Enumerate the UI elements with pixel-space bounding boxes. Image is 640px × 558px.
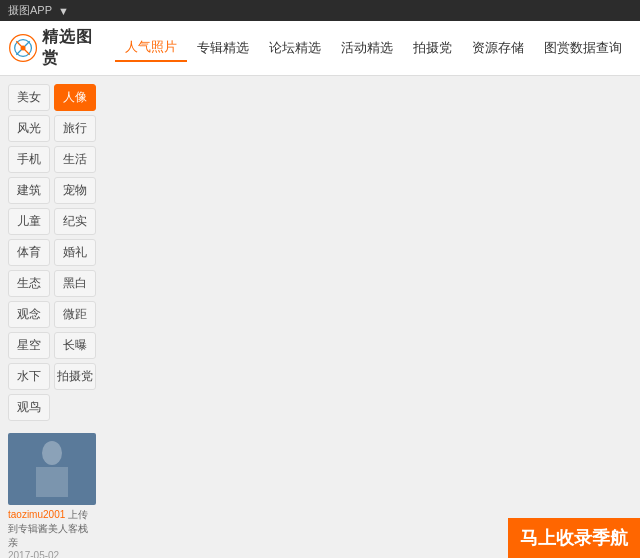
sidebar-tag-10[interactable]: 体育 [8, 239, 50, 266]
main-nav: 人气照片专辑精选论坛精选活动精选拍摄党资源存储图赏数据查询 [115, 34, 632, 62]
nav-item-0[interactable]: 人气照片 [115, 34, 187, 62]
sidebar-tag-18[interactable]: 水下 [8, 363, 50, 390]
sidebar: 美女人像风光旅行手机生活建筑宠物儿童纪实体育婚礼生态黑白观念微距星空长曝水下拍摄… [8, 84, 96, 558]
sidebar-caption-0: taozimu2001 上传到专辑酱美人客栈亲 [8, 508, 96, 550]
main-content: 美女人像风光旅行手机生活建筑宠物儿童纪实体育婚礼生态黑白观念微距星空长曝水下拍摄… [0, 76, 640, 558]
sidebar-tag-15[interactable]: 微距 [54, 301, 96, 328]
nav-item-4[interactable]: 拍摄党 [403, 35, 462, 61]
nav-item-6[interactable]: 图赏数据查询 [534, 35, 632, 61]
sidebar-tag-20[interactable]: 观鸟 [8, 394, 50, 421]
nav-item-1[interactable]: 专辑精选 [187, 35, 259, 61]
tag-grid: 美女人像风光旅行手机生活建筑宠物儿童纪实体育婚礼生态黑白观念微距星空长曝水下拍摄… [8, 84, 96, 421]
sidebar-tag-9[interactable]: 纪实 [54, 208, 96, 235]
sidebar-previews: taozimu2001 上传到专辑酱美人客栈亲2017-05-02见龙频读 上传… [8, 433, 96, 558]
sidebar-tag-17[interactable]: 长曝 [54, 332, 96, 359]
app-label[interactable]: 摄图APP [8, 3, 52, 18]
sidebar-tag-7[interactable]: 宠物 [54, 177, 96, 204]
sidebar-tag-1[interactable]: 人像 [54, 84, 96, 111]
sidebar-tag-13[interactable]: 黑白 [54, 270, 96, 297]
logo-text: 精选图赏 [42, 27, 99, 69]
header: 精选图赏 人气照片专辑精选论坛精选活动精选拍摄党资源存储图赏数据查询 [0, 21, 640, 76]
svg-point-4 [21, 45, 26, 50]
nav-item-2[interactable]: 论坛精选 [259, 35, 331, 61]
nav-item-5[interactable]: 资源存储 [462, 35, 534, 61]
topbar-dropdown-icon[interactable]: ▼ [58, 5, 69, 17]
sidebar-tag-2[interactable]: 风光 [8, 115, 50, 142]
sidebar-tag-12[interactable]: 生态 [8, 270, 50, 297]
sidebar-tag-0[interactable]: 美女 [8, 84, 50, 111]
photo-grid [104, 84, 632, 558]
sidebar-tag-4[interactable]: 手机 [8, 146, 50, 173]
sidebar-date-0: 2017-05-02 [8, 550, 96, 558]
sidebar-tag-16[interactable]: 星空 [8, 332, 50, 359]
logo: 精选图赏 [8, 27, 99, 69]
sidebar-tag-11[interactable]: 婚礼 [54, 239, 96, 266]
topbar: 摄图APP ▼ [0, 0, 640, 21]
sidebar-tag-19[interactable]: 拍摄党 [54, 363, 96, 390]
sidebar-tag-3[interactable]: 旅行 [54, 115, 96, 142]
watermark: 马上收录季航 [508, 518, 640, 558]
nav-item-3[interactable]: 活动精选 [331, 35, 403, 61]
sidebar-tag-5[interactable]: 生活 [54, 146, 96, 173]
sidebar-tag-14[interactable]: 观念 [8, 301, 50, 328]
sidebar-tag-6[interactable]: 建筑 [8, 177, 50, 204]
logo-icon [8, 30, 38, 66]
sidebar-preview-0[interactable]: taozimu2001 上传到专辑酱美人客栈亲2017-05-02 [8, 433, 96, 558]
sidebar-tag-8[interactable]: 儿童 [8, 208, 50, 235]
